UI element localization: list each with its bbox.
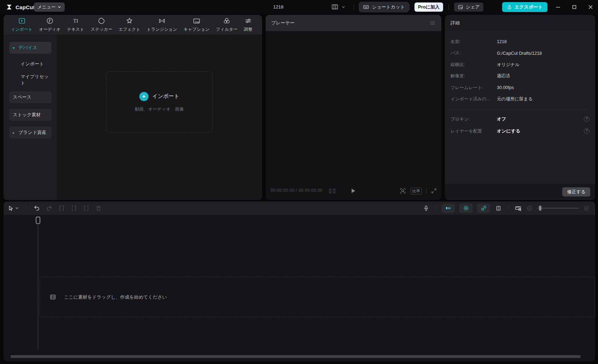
sidebar-item-spaces[interactable]: スペース <box>9 91 52 103</box>
tab-filters[interactable]: フィルター <box>213 17 241 33</box>
join-pro-button[interactable]: Proに加入 <box>414 2 443 12</box>
tab-transitions[interactable]: トランジション <box>144 17 180 33</box>
tab-text[interactable]: TI テキスト <box>64 17 87 33</box>
tab-audio[interactable]: オーディオ <box>36 17 64 33</box>
sidebar-item-import[interactable]: インポート <box>9 59 52 69</box>
timeline-zoom-slider[interactable] <box>537 206 579 211</box>
detail-label: 名前: <box>451 39 497 45</box>
minimize-icon[interactable] <box>556 5 561 10</box>
sidebar-item-device[interactable]: ▾ デバイス <box>9 42 52 54</box>
detail-label: フレームレート: <box>451 85 497 91</box>
detail-label: 解像度: <box>451 73 497 79</box>
tab-import-label: インポート <box>11 27 33 33</box>
divider <box>426 188 426 193</box>
link-toggle-button[interactable] <box>477 204 490 213</box>
zoom-in-button[interactable] <box>584 205 590 211</box>
zoom-out-button[interactable] <box>527 205 533 211</box>
details-footer: 修正する <box>445 184 595 200</box>
tab-sticker[interactable]: ステッカー <box>87 17 115 33</box>
import-dropzone[interactable]: + インポート 動画、オーディオ、画像 <box>106 71 213 133</box>
horizontal-scrollbar[interactable] <box>11 355 581 358</box>
layout-switcher[interactable] <box>331 0 345 14</box>
snap-toggle-button[interactable] <box>442 204 455 213</box>
media-content-area: + インポート 動画、オーディオ、画像 <box>57 35 262 200</box>
shortcut-button[interactable]: ショートカット <box>359 2 409 12</box>
export-button-label: エクスポート <box>515 4 543 10</box>
divider <box>354 4 354 10</box>
sidebar-item-label: ブランド資産 <box>18 129 46 136</box>
window-controls <box>556 0 593 14</box>
details-panel: 詳細 名前: 1218 パス: G:/CapCut Drafts/1218 縦横… <box>445 15 595 200</box>
transition-icon <box>158 17 166 25</box>
detail-row-imported-location: インポート済みの… 元の場所に留まる <box>451 94 590 105</box>
timeline-drop-hint: ここに素材をドラッグし、作成を始めてください <box>64 294 167 300</box>
divider <box>409 4 410 10</box>
tab-text-label: テキスト <box>67 27 84 33</box>
player-menu-icon[interactable] <box>429 20 436 26</box>
delete-button[interactable] <box>95 205 102 212</box>
undo-button[interactable] <box>33 205 40 212</box>
auto-ripple-toggle-button[interactable] <box>459 204 472 213</box>
cursor-icon <box>8 205 14 211</box>
sidebar-item-my-presets[interactable]: マイプリセット <box>9 75 52 84</box>
ratio-button[interactable]: 比率 <box>411 188 422 194</box>
sidebar-item-label: ストック素材 <box>13 112 41 118</box>
play-button[interactable] <box>349 187 357 195</box>
share-button[interactable]: シェア <box>454 2 483 12</box>
close-icon[interactable] <box>588 5 593 10</box>
tool-dropdown-button[interactable] <box>15 206 19 210</box>
sidebar-item-stock-media[interactable]: ストック素材 <box>9 109 52 121</box>
fullscreen-icon[interactable] <box>431 188 437 194</box>
maximize-icon[interactable] <box>572 5 577 10</box>
timeline-panel: ここに素材をドラッグし、作成を始めてください <box>4 201 595 361</box>
sidebar-item-label: デバイス <box>18 45 37 51</box>
playhead-line <box>38 224 38 350</box>
player-controls: 00:00:00:00 / 00:00:00:00 比率 <box>266 184 441 197</box>
export-button[interactable]: エクスポート <box>502 2 547 12</box>
layer-value[interactable]: オンにする <box>497 128 521 134</box>
layer-label: レイヤーを配置 <box>451 128 497 134</box>
tab-adjust[interactable]: 調整 <box>241 17 256 33</box>
delete-left-button[interactable] <box>70 205 77 212</box>
tab-filters-label: フィルター <box>216 27 238 33</box>
divider <box>508 205 509 211</box>
shortcut-button-label: ショートカット <box>372 4 405 10</box>
preview-axis-button[interactable] <box>515 205 522 212</box>
split-clip-icon <box>495 205 502 212</box>
slider-handle[interactable] <box>539 206 541 211</box>
tab-import[interactable]: インポート <box>8 17 36 33</box>
tab-effects[interactable]: エフェクト <box>116 17 144 33</box>
detail-value: 適応済 <box>497 73 510 79</box>
menu-button-label: メニュー <box>37 4 56 10</box>
tab-captions[interactable]: キャプション <box>180 17 213 33</box>
playhead-handle[interactable] <box>36 217 40 224</box>
timeline-tracks-area[interactable]: ここに素材をドラッグし、作成を始めてください <box>4 215 595 361</box>
preview-quality-icon[interactable] <box>399 187 406 194</box>
detail-label: インポート済みの… <box>451 96 497 102</box>
caption-icon <box>193 17 201 25</box>
delete-right-button[interactable] <box>83 205 90 212</box>
svg-text:TI: TI <box>73 18 78 24</box>
record-voiceover-button[interactable] <box>423 205 429 211</box>
frame-list-icon[interactable] <box>329 188 336 194</box>
help-icon[interactable]: ? <box>584 128 590 134</box>
split-button[interactable] <box>58 205 65 212</box>
select-tool-button[interactable] <box>8 205 14 211</box>
chevron-down-icon <box>58 5 61 9</box>
menu-button[interactable]: メニュー <box>34 2 65 12</box>
import-dropzone-title: インポート <box>152 93 179 100</box>
star-effects-icon <box>126 17 133 25</box>
details-header: 詳細 <box>445 15 595 31</box>
divider <box>26 205 27 211</box>
detail-row-layer: レイヤーを配置 オンにする ? <box>451 125 590 137</box>
modify-button[interactable]: 修正する <box>562 187 590 196</box>
proxy-value[interactable]: オフ <box>497 116 506 122</box>
split-at-playhead-button[interactable] <box>495 205 502 212</box>
sidebar-item-brand-assets[interactable]: ▸ ブランド資産 <box>9 127 52 139</box>
help-icon[interactable]: ? <box>584 116 590 122</box>
chevron-down-icon <box>15 206 19 210</box>
split-icon <box>58 205 65 212</box>
timeline-dropzone[interactable]: ここに素材をドラッグし、作成を始めてください <box>40 277 595 317</box>
redo-button[interactable] <box>46 205 53 212</box>
audio-icon <box>46 17 54 25</box>
